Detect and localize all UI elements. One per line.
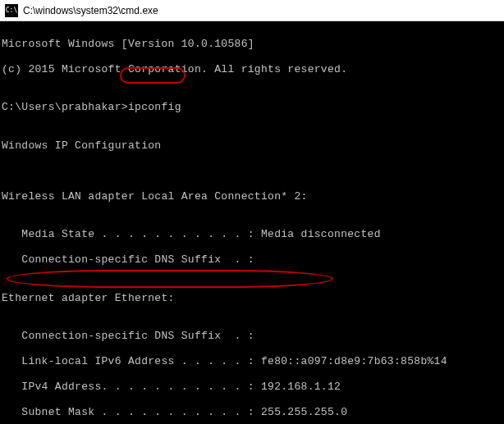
dns-suffix-line: Connection-specific DNS Suffix . : bbox=[2, 253, 502, 267]
copyright-line: (c) 2015 Microsoft Corporation. All righ… bbox=[2, 63, 502, 76]
dns-suffix-line: Connection-specific DNS Suffix . : bbox=[2, 330, 502, 343]
adapter-ethernet-header: Ethernet adapter Ethernet: bbox=[2, 292, 502, 305]
command-text: ipconfig bbox=[128, 101, 181, 113]
cmd-icon: C:\ bbox=[5, 4, 18, 17]
ipv4-address-line: IPv4 Address. . . . . . . . . . . : 192.… bbox=[2, 381, 502, 394]
annotation-default-gateway-circle bbox=[7, 270, 333, 288]
cmd-icon-glyph: C:\ bbox=[6, 7, 17, 14]
media-state-line: Media State . . . . . . . . . . . : Medi… bbox=[2, 228, 502, 241]
terminal-output[interactable]: Microsoft Windows [Version 10.0.10586] (… bbox=[0, 21, 504, 424]
prompt-path: C:\Users\prabhakar> bbox=[2, 101, 128, 113]
ipconfig-header: Windows IP Configuration bbox=[2, 139, 502, 153]
version-line: Microsoft Windows [Version 10.0.10586] bbox=[2, 38, 502, 51]
subnet-mask-line: Subnet Mask . . . . . . . . . . . : 255.… bbox=[2, 406, 502, 419]
window-titlebar: C:\ C:\windows\system32\cmd.exe bbox=[0, 0, 504, 21]
prompt-line: C:\Users\prabhakar>ipconfig bbox=[2, 101, 502, 114]
ipv6-link-local-line: Link-local IPv6 Address . . . . . : fe80… bbox=[2, 355, 502, 368]
adapter-wlan-header: Wireless LAN adapter Local Area Connecti… bbox=[2, 190, 502, 203]
window-title: C:\windows\system32\cmd.exe bbox=[23, 5, 158, 16]
